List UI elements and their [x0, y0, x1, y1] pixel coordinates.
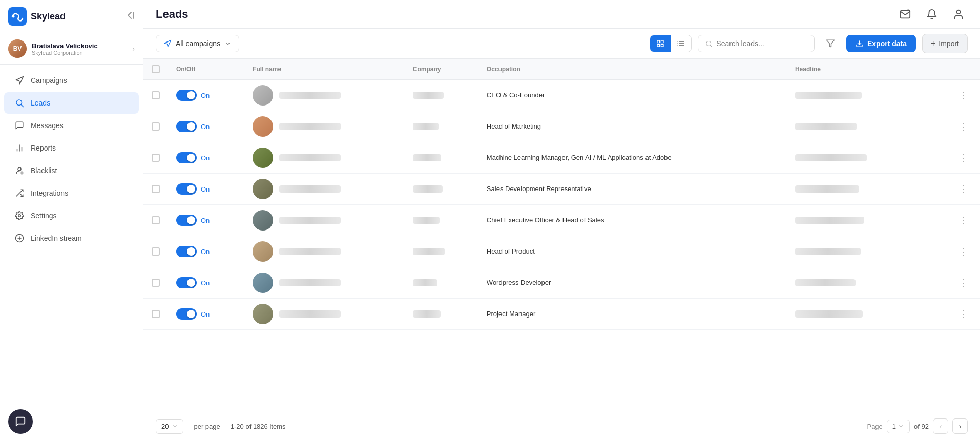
- leads-icon: [14, 98, 25, 108]
- sidebar-item-settings[interactable]: Settings: [4, 205, 139, 226]
- sidebar-item-reports[interactable]: Reports: [4, 137, 139, 159]
- per-page-select[interactable]: 20: [156, 419, 183, 434]
- svg-point-7: [18, 167, 21, 171]
- filter-button[interactable]: [821, 35, 840, 52]
- blacklist-icon: [14, 165, 25, 176]
- logo-area: Skylead: [8, 7, 66, 26]
- name-cell: [244, 205, 405, 236]
- toggle-cell: On: [168, 80, 244, 111]
- grid-view-button[interactable]: [650, 35, 671, 52]
- lead-company: [413, 279, 437, 286]
- name-cell: [244, 111, 405, 142]
- lead-name: [279, 185, 341, 193]
- chat-button[interactable]: [8, 409, 33, 434]
- lead-headline: [795, 123, 857, 130]
- row-checkbox-cell: [143, 142, 168, 174]
- compose-email-button[interactable]: [896, 5, 914, 24]
- row-checkbox[interactable]: [152, 91, 160, 99]
- lead-toggle[interactable]: [176, 121, 197, 132]
- next-page-button[interactable]: ›: [952, 418, 968, 434]
- svg-rect-19: [661, 44, 663, 47]
- prev-page-button[interactable]: ‹: [933, 418, 948, 434]
- sidebar-item-label: Messages: [31, 121, 64, 130]
- actions-cell: ⋮: [928, 299, 980, 330]
- lead-toggle[interactable]: [176, 215, 197, 226]
- lead-toggle[interactable]: [176, 90, 197, 101]
- row-more-button[interactable]: ⋮: [936, 244, 972, 259]
- toggle-label: On: [201, 310, 210, 318]
- toggle-label: On: [201, 248, 210, 256]
- toggle-cell: On: [168, 236, 244, 267]
- select-all-checkbox[interactable]: [152, 65, 160, 73]
- row-more-button[interactable]: ⋮: [936, 213, 972, 228]
- name-cell: [244, 267, 405, 299]
- lead-headline: [795, 92, 862, 99]
- lead-headline: [795, 217, 864, 224]
- integration-icon: [14, 188, 25, 198]
- megaphone-icon: [14, 75, 25, 86]
- toggle-cell: On: [168, 267, 244, 299]
- toggle-label: On: [201, 279, 210, 287]
- lead-toggle[interactable]: [176, 246, 197, 257]
- row-checkbox[interactable]: [152, 185, 160, 193]
- col-company: Company: [405, 59, 478, 80]
- lead-name: [279, 92, 341, 99]
- row-more-button[interactable]: ⋮: [936, 119, 972, 134]
- lead-name: [279, 154, 341, 161]
- row-checkbox[interactable]: [152, 310, 160, 318]
- search-input[interactable]: [716, 39, 807, 48]
- sidebar-item-label: Settings: [31, 212, 57, 220]
- row-more-button[interactable]: ⋮: [936, 150, 972, 165]
- occupation-cell: Wordpress Developer: [478, 267, 787, 299]
- user-profile-button[interactable]: [949, 5, 968, 24]
- collapse-sidebar-button[interactable]: [124, 10, 135, 23]
- row-checkbox[interactable]: [152, 247, 160, 256]
- export-button-label: Export data: [867, 39, 907, 48]
- row-checkbox[interactable]: [152, 154, 160, 162]
- company-cell: [405, 142, 478, 174]
- occupation-cell: Project Manager: [478, 299, 787, 330]
- row-checkbox[interactable]: [152, 216, 160, 224]
- lead-avatar: [253, 241, 273, 262]
- lead-occupation: CEO & Co-Founder: [487, 91, 779, 100]
- sidebar-item-messages[interactable]: Messages: [4, 115, 139, 136]
- lead-company: [413, 217, 440, 224]
- lead-company: [413, 185, 443, 193]
- export-data-button[interactable]: Export data: [846, 35, 916, 52]
- page-label: Page: [867, 423, 882, 430]
- lead-toggle[interactable]: [176, 152, 197, 163]
- lead-toggle[interactable]: [176, 277, 197, 288]
- lead-name: [279, 310, 341, 318]
- row-more-button[interactable]: ⋮: [936, 88, 972, 103]
- col-headline: Headline: [787, 59, 928, 80]
- lead-occupation: Head of Product: [487, 247, 779, 256]
- row-checkbox-cell: [143, 205, 168, 236]
- actions-cell: ⋮: [928, 205, 980, 236]
- page-number-select[interactable]: 1: [887, 420, 910, 433]
- lead-avatar: [253, 304, 273, 324]
- sidebar-item-blacklist[interactable]: Blacklist: [4, 160, 139, 181]
- sidebar-item-campaigns[interactable]: Campaigns: [4, 70, 139, 91]
- lead-toggle[interactable]: [176, 183, 197, 195]
- sidebar-item-leads[interactable]: Leads: [4, 92, 139, 114]
- company-cell: [405, 174, 478, 205]
- search-icon: [705, 40, 712, 48]
- lead-occupation: Head of Marketing: [487, 122, 779, 131]
- row-more-button[interactable]: ⋮: [936, 181, 972, 197]
- notifications-button[interactable]: [923, 5, 941, 24]
- row-checkbox[interactable]: [152, 279, 160, 287]
- row-checkbox[interactable]: [152, 122, 160, 131]
- row-more-button[interactable]: ⋮: [936, 275, 972, 290]
- campaign-dropdown-label: All campaigns: [176, 39, 220, 48]
- row-more-button[interactable]: ⋮: [936, 306, 972, 322]
- lead-toggle[interactable]: [176, 308, 197, 320]
- sidebar-item-integrations[interactable]: Integrations: [4, 182, 139, 204]
- occupation-cell: Chief Executive Officer & Head of Sales: [478, 205, 787, 236]
- campaign-filter-dropdown[interactable]: All campaigns: [156, 35, 239, 52]
- sidebar-item-linkedin[interactable]: LinkedIn stream: [4, 227, 139, 249]
- import-button[interactable]: + Import: [922, 34, 968, 53]
- list-view-button[interactable]: [671, 35, 691, 52]
- svg-rect-16: [657, 40, 660, 43]
- sidebar-item-label: Blacklist: [31, 166, 57, 175]
- user-section[interactable]: BV Bratislava Velickovic Skylead Corpora…: [0, 33, 143, 65]
